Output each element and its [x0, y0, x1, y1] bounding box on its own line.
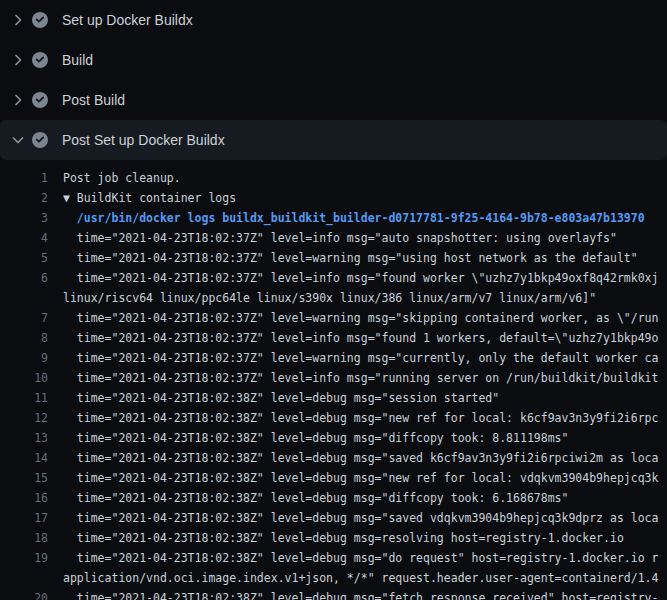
log-line-number[interactable]: 13: [0, 428, 48, 448]
log-line: 1Post job cleanup.: [0, 168, 667, 188]
log-text: time="2021-04-23T18:02:37Z" level=info m…: [63, 328, 658, 348]
log-line: 16 time="2021-04-23T18:02:38Z" level=deb…: [0, 488, 667, 508]
log-command-text: /usr/bin/docker logs buildx_buildkit_bui…: [63, 208, 645, 228]
log-line-number[interactable]: 3: [0, 208, 48, 228]
log-line: 5 time="2021-04-23T18:02:37Z" level=warn…: [0, 248, 667, 268]
log-line: 19 time="2021-04-23T18:02:38Z" level=deb…: [0, 548, 667, 568]
log-line: 3 /usr/bin/docker logs buildx_buildkit_b…: [0, 208, 667, 228]
log-line: 7 time="2021-04-23T18:02:37Z" level=warn…: [0, 308, 667, 328]
log-line: 10 time="2021-04-23T18:02:37Z" level=inf…: [0, 368, 667, 388]
log-text: time="2021-04-23T18:02:38Z" level=debug …: [63, 448, 658, 468]
log-line-number: [0, 288, 48, 308]
log-line: linux/riscv64 linux/ppc64le linux/s390x …: [0, 288, 667, 308]
log-line: 17 time="2021-04-23T18:02:38Z" level=deb…: [0, 508, 667, 528]
log-text: Post job cleanup.: [63, 168, 181, 188]
check-circle-icon: [32, 92, 48, 108]
log-text: time="2021-04-23T18:02:37Z" level=info m…: [63, 228, 617, 248]
log-text: time="2021-04-23T18:02:38Z" level=debug …: [63, 488, 568, 508]
step-label: Post Set up Docker Buildx: [62, 132, 225, 148]
step-label: Build: [62, 52, 93, 68]
log-text: time="2021-04-23T18:02:37Z" level=info m…: [63, 268, 658, 288]
log-line: 2▼ BuildKit container logs: [0, 188, 667, 208]
log-line: 14 time="2021-04-23T18:02:38Z" level=deb…: [0, 448, 667, 468]
log-text: time="2021-04-23T18:02:37Z" level=warnin…: [63, 348, 658, 368]
log-text: application/vnd.oci.image.index.v1+json,…: [63, 568, 658, 588]
log-line-number[interactable]: 10: [0, 368, 48, 388]
log-line-number[interactable]: 16: [0, 488, 48, 508]
chevron-right-icon: [10, 52, 26, 68]
log-line-number[interactable]: 20: [0, 588, 48, 600]
log-group-toggle[interactable]: ▼ BuildKit container logs: [63, 188, 236, 208]
log-line: 11 time="2021-04-23T18:02:38Z" level=deb…: [0, 388, 667, 408]
log-line-number[interactable]: 15: [0, 468, 48, 488]
chevron-right-icon: [10, 12, 26, 28]
log-line-number[interactable]: 6: [0, 268, 48, 288]
log-line-number[interactable]: 17: [0, 508, 48, 528]
log-viewer: 1Post job cleanup.2▼ BuildKit container …: [0, 160, 667, 600]
log-text: time="2021-04-23T18:02:37Z" level=warnin…: [63, 248, 638, 268]
log-line-number: [0, 568, 48, 588]
chevron-down-icon: [10, 132, 26, 148]
log-line: 8 time="2021-04-23T18:02:37Z" level=info…: [0, 328, 667, 348]
log-text: time="2021-04-23T18:02:38Z" level=debug …: [63, 468, 658, 488]
log-text: linux/riscv64 linux/ppc64le linux/s390x …: [63, 288, 596, 308]
log-text: time="2021-04-23T18:02:38Z" level=debug …: [63, 408, 658, 428]
chevron-right-icon: [10, 92, 26, 108]
log-line-number[interactable]: 14: [0, 448, 48, 468]
log-line-number[interactable]: 5: [0, 248, 48, 268]
log-line: 20 time="2021-04-23T18:02:38Z" level=deb…: [0, 588, 667, 600]
log-text: time="2021-04-23T18:02:38Z" level=debug …: [63, 528, 624, 548]
log-text: time="2021-04-23T18:02:38Z" level=debug …: [63, 388, 499, 408]
step-label: Post Build: [62, 92, 125, 108]
log-line-number[interactable]: 1: [0, 168, 48, 188]
step-row-post-set-up-docker-buildx[interactable]: Post Set up Docker Buildx: [0, 120, 667, 160]
log-line-number[interactable]: 11: [0, 388, 48, 408]
log-line-number[interactable]: 4: [0, 228, 48, 248]
log-line-number[interactable]: 18: [0, 528, 48, 548]
log-line-number[interactable]: 8: [0, 328, 48, 348]
log-line: 9 time="2021-04-23T18:02:37Z" level=warn…: [0, 348, 667, 368]
log-line-number[interactable]: 19: [0, 548, 48, 568]
log-line: application/vnd.oci.image.index.v1+json,…: [0, 568, 667, 588]
step-row-build[interactable]: Build: [0, 40, 667, 80]
log-line-number[interactable]: 2: [0, 188, 48, 208]
log-text: time="2021-04-23T18:02:38Z" level=debug …: [63, 588, 658, 600]
log-line-number[interactable]: 7: [0, 308, 48, 328]
log-line-number[interactable]: 9: [0, 348, 48, 368]
step-row-post-build[interactable]: Post Build: [0, 80, 667, 120]
log-line-number[interactable]: 12: [0, 408, 48, 428]
log-line: 13 time="2021-04-23T18:02:38Z" level=deb…: [0, 428, 667, 448]
log-line: 6 time="2021-04-23T18:02:37Z" level=info…: [0, 268, 667, 288]
log-line: 4 time="2021-04-23T18:02:37Z" level=info…: [0, 228, 667, 248]
log-line: 12 time="2021-04-23T18:02:38Z" level=deb…: [0, 408, 667, 428]
check-circle-icon: [32, 132, 48, 148]
log-text: time="2021-04-23T18:02:38Z" level=debug …: [63, 428, 568, 448]
log-text: time="2021-04-23T18:02:37Z" level=warnin…: [63, 308, 658, 328]
log-text: time="2021-04-23T18:02:38Z" level=debug …: [63, 508, 658, 528]
step-label: Set up Docker Buildx: [62, 12, 193, 28]
log-line: 18 time="2021-04-23T18:02:38Z" level=deb…: [0, 528, 667, 548]
log-text: time="2021-04-23T18:02:37Z" level=info m…: [63, 368, 658, 388]
steps-list: Set up Docker Buildx Build Post Build Po…: [0, 0, 667, 160]
log-line: 15 time="2021-04-23T18:02:38Z" level=deb…: [0, 468, 667, 488]
check-circle-icon: [32, 12, 48, 28]
step-row-set-up-docker-buildx[interactable]: Set up Docker Buildx: [0, 0, 667, 40]
check-circle-icon: [32, 52, 48, 68]
log-text: time="2021-04-23T18:02:38Z" level=debug …: [63, 548, 658, 568]
